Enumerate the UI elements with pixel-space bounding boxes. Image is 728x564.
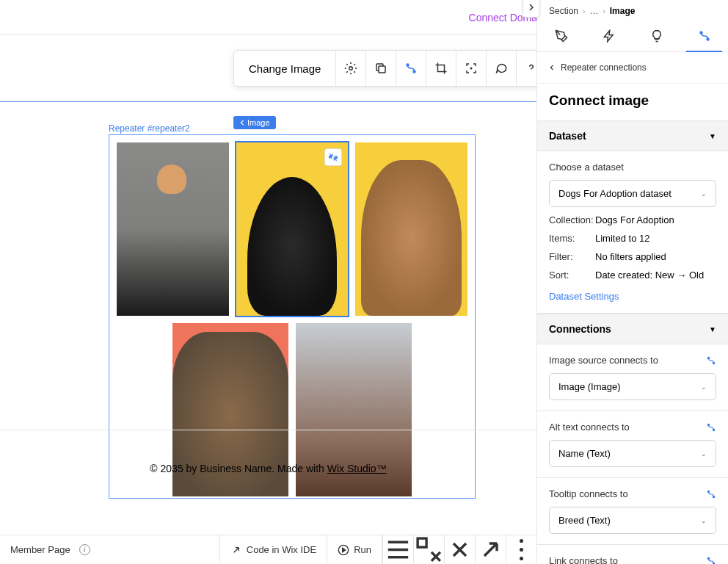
panel-collapse-handle[interactable] xyxy=(523,0,540,18)
connect-icon[interactable] xyxy=(396,51,426,86)
connect-icon[interactable] xyxy=(706,489,716,499)
items-value: Limited to 12 xyxy=(595,233,649,244)
connection-label: Link connects to xyxy=(549,555,618,564)
inspect-icon[interactable] xyxy=(413,535,444,564)
connections-section-header[interactable]: Connections ▼ xyxy=(537,314,728,344)
caret-down-icon: ▼ xyxy=(709,325,716,333)
svg-point-17 xyxy=(520,539,523,543)
dataset-section-header[interactable]: Dataset ▼ xyxy=(537,120,728,151)
footer-separator xyxy=(0,430,536,430)
svg-point-3 xyxy=(413,70,415,73)
back-label: Repeater connections xyxy=(561,62,647,73)
repeater-label[interactable]: Repeater #repeater2 xyxy=(109,123,190,134)
svg-point-7 xyxy=(707,357,709,358)
dataset-settings-link[interactable]: Dataset Settings xyxy=(549,291,619,302)
settings-icon[interactable] xyxy=(336,51,365,86)
dataset-selected-value: Dogs For Adoption dataset xyxy=(558,188,671,199)
connection-dropdown[interactable]: Breed (Text) ⌄ xyxy=(549,507,716,534)
change-image-button[interactable]: Change Image xyxy=(234,62,335,75)
svg-rect-1 xyxy=(379,66,385,73)
connection-label: Image source connects to xyxy=(549,355,658,366)
filter-key: Filter: xyxy=(549,251,595,262)
code-in-ide-button[interactable]: Code in Wix IDE xyxy=(219,535,327,564)
sort-key: Sort: xyxy=(549,270,595,281)
dataset-dropdown[interactable]: Dogs For Adoption dataset ⌄ xyxy=(549,180,716,207)
collapse-icon[interactable] xyxy=(324,148,342,166)
svg-point-6 xyxy=(707,38,709,40)
filter-value: No filters applied xyxy=(595,251,666,262)
expand-icon[interactable] xyxy=(444,535,475,564)
svg-point-10 xyxy=(713,429,714,430)
inspector-tabs xyxy=(537,21,728,52)
connection-dropdown[interactable]: Name (Text) ⌄ xyxy=(549,440,716,467)
breadcrumb-root[interactable]: Section xyxy=(549,6,578,16)
svg-point-2 xyxy=(407,64,409,66)
wix-studio-link[interactable]: Wix Studio™ xyxy=(327,463,387,474)
sort-value: Date created: New → Old xyxy=(595,270,704,281)
chevron-down-icon: ⌄ xyxy=(701,190,707,198)
repeater-container[interactable] xyxy=(109,134,476,499)
footer-prefix: © 2035 by Business Name. Made with xyxy=(150,463,327,474)
chevron-right-icon: › xyxy=(583,7,585,15)
chevron-down-icon: ⌄ xyxy=(701,383,707,391)
connection-alt-text: Alt text connects to Name (Text) ⌄ xyxy=(537,411,728,478)
code-in-ide-label: Code in Wix IDE xyxy=(247,544,316,555)
dataset-header-label: Dataset xyxy=(549,130,586,142)
tab-design[interactable] xyxy=(537,21,585,51)
member-page-button[interactable]: Member Page i xyxy=(0,535,101,564)
repeater-item[interactable] xyxy=(117,142,229,316)
crop-icon[interactable] xyxy=(426,51,456,86)
dataset-section-body: Choose a dataset Dogs For Adoption datas… xyxy=(537,151,728,314)
items-key: Items: xyxy=(549,233,595,244)
svg-point-8 xyxy=(713,362,714,364)
breadcrumb-current: Image xyxy=(610,6,636,16)
collection-key: Collection: xyxy=(549,214,595,225)
info-icon[interactable]: i xyxy=(79,544,90,555)
image-toolbar: Change Image xyxy=(233,50,547,87)
svg-point-12 xyxy=(713,496,714,497)
more-icon[interactable] xyxy=(506,535,536,564)
svg-point-19 xyxy=(520,557,523,560)
connection-value: Breed (Text) xyxy=(558,515,611,526)
connect-icon[interactable] xyxy=(706,422,716,433)
chevron-down-icon: ⌄ xyxy=(701,450,707,458)
tab-connect[interactable] xyxy=(680,21,728,51)
layout-icon[interactable] xyxy=(382,535,413,564)
breadcrumb: Section › … › Image xyxy=(537,0,728,21)
comment-icon[interactable] xyxy=(487,51,516,86)
svg-point-13 xyxy=(707,557,709,559)
svg-point-11 xyxy=(707,491,709,492)
run-label: Run xyxy=(354,544,371,555)
connect-icon[interactable] xyxy=(706,556,716,565)
copy-icon[interactable] xyxy=(366,51,396,86)
image-tag-label: Image xyxy=(247,118,270,127)
bottom-bar: Member Page i Code in Wix IDE Run xyxy=(0,535,536,564)
svg-rect-16 xyxy=(418,538,426,547)
run-button[interactable]: Run xyxy=(327,535,382,564)
connection-link: Link connects to Dogs For Adoption (Item… xyxy=(537,545,728,564)
tab-interactions[interactable] xyxy=(633,21,680,51)
connect-icon[interactable] xyxy=(706,355,716,366)
collection-value: Dogs For Adoption xyxy=(595,214,674,225)
footer-text: © 2035 by Business Name. Made with Wix S… xyxy=(0,463,536,474)
svg-point-4 xyxy=(471,68,473,69)
choose-dataset-label: Choose a dataset xyxy=(549,162,716,173)
svg-point-5 xyxy=(700,32,702,34)
repeater-item-selected[interactable] xyxy=(236,142,349,316)
open-external-icon[interactable] xyxy=(475,535,506,564)
connection-dropdown[interactable]: Image (Image) ⌄ xyxy=(549,373,716,400)
focus-icon[interactable] xyxy=(456,51,486,86)
tab-animation[interactable] xyxy=(585,21,633,51)
connection-value: Name (Text) xyxy=(558,448,611,459)
connection-value: Image (Image) xyxy=(558,381,621,392)
image-element-tag[interactable]: Image xyxy=(233,116,276,129)
connection-tooltip: Tooltip connects to Breed (Text) ⌄ xyxy=(537,478,728,545)
repeater-item[interactable] xyxy=(355,142,467,316)
back-to-repeater[interactable]: Repeater connections xyxy=(537,52,728,84)
svg-point-0 xyxy=(349,67,353,70)
breadcrumb-ellipsis[interactable]: … xyxy=(589,6,598,16)
caret-down-icon: ▼ xyxy=(709,132,716,140)
section-divider xyxy=(0,101,536,102)
chevron-right-icon: › xyxy=(603,7,605,15)
connection-label: Tooltip connects to xyxy=(549,488,628,499)
